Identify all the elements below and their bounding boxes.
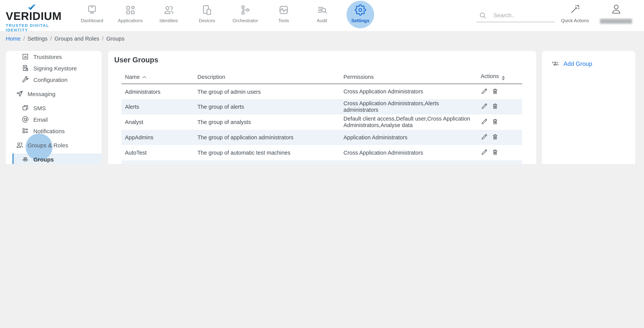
nav-item[interactable]: Tools xyxy=(264,0,303,31)
sidebar-item-icon xyxy=(22,76,29,83)
sidebar-item-icon xyxy=(22,104,29,112)
edit-group-button[interactable] xyxy=(481,103,488,110)
nav-item[interactable]: Audit xyxy=(303,0,341,31)
nav-label: Applications xyxy=(118,18,142,23)
breadcrumb-separator: / xyxy=(99,36,106,42)
sidebar-item-label: Configuration xyxy=(33,76,68,83)
group-row: Analyst The group of analysts Default cl… xyxy=(122,114,522,130)
top-header: VERIDIUM TRUSTED DIGITAL IDENTITY Dashbo… xyxy=(0,0,644,31)
sidebar-item[interactable]: Notifications xyxy=(6,125,102,137)
sidebar-item[interactable]: Email xyxy=(6,114,102,125)
group-name-cell: AutoTest xyxy=(122,145,194,160)
sidebar-item[interactable]: Configuration xyxy=(6,74,102,85)
group-description-cell: The group of application administrators xyxy=(194,130,340,145)
groups-table: Name Description Permissions Actions Adm… xyxy=(122,70,522,164)
nav-label: Identities xyxy=(160,18,178,23)
trash-icon xyxy=(492,103,499,110)
nav-item[interactable]: Devices xyxy=(188,0,226,31)
edit-group-button[interactable] xyxy=(481,133,488,141)
breadcrumb-separator: / xyxy=(20,36,28,42)
nav-item[interactable]: Applications xyxy=(111,0,150,31)
add-group-button[interactable]: Add Group xyxy=(551,59,592,68)
group-description-cell: The group of analysts xyxy=(194,114,340,130)
edit-group-button[interactable] xyxy=(481,87,488,95)
edit-group-button[interactable] xyxy=(481,149,488,156)
group-row: Domain Admins Domain Admins Default clie… xyxy=(122,160,522,164)
group-actions-cell xyxy=(477,99,522,114)
group-name-cell: AppAdmins xyxy=(122,130,194,145)
sidebar-item-icon xyxy=(22,127,29,135)
delete-group-button[interactable] xyxy=(492,87,499,95)
delete-group-button[interactable] xyxy=(492,103,499,110)
delete-group-button[interactable] xyxy=(492,133,499,141)
nav-item[interactable]: Identities xyxy=(150,0,188,31)
group-description-cell: The group of alerts xyxy=(194,99,340,114)
trash-icon xyxy=(492,164,499,164)
nav-label: Settings xyxy=(351,18,370,23)
page-title: User Groups xyxy=(114,56,158,64)
group-description-cell: The group of automatic test machines xyxy=(194,145,340,160)
sidebar-item[interactable]: Truststores xyxy=(6,51,102,62)
pencil-icon xyxy=(481,103,488,110)
group-row: AutoTest The group of automatic test mac… xyxy=(122,145,522,160)
quick-actions-label: Quick Actions xyxy=(556,18,594,23)
sidebar-item[interactable]: Messaging xyxy=(6,85,102,102)
breadcrumb-separator: / xyxy=(48,36,54,42)
sidebar-item-label: Notifications xyxy=(33,128,64,134)
brand-tagline: TRUSTED DIGITAL IDENTITY xyxy=(6,23,71,32)
sidebar-item-icon xyxy=(16,141,24,149)
group-permissions-cell: Default client access,Default user,Cross… xyxy=(340,114,477,130)
delete-group-button[interactable] xyxy=(492,164,499,164)
sidebar-item-icon xyxy=(22,156,29,163)
sidebar-item-label: SMS xyxy=(33,105,46,111)
group-actions-cell xyxy=(477,160,522,164)
group-row: Alerts The group of alerts Cross Applica… xyxy=(122,99,522,114)
column-header-description[interactable]: Description xyxy=(194,70,340,84)
group-permissions-cell: Cross Application Administrators xyxy=(340,84,477,99)
quick-actions-button[interactable]: Quick Actions xyxy=(556,4,594,23)
user-icon xyxy=(610,3,622,15)
sidebar-item[interactable]: Groups xyxy=(6,154,102,164)
trash-icon xyxy=(492,149,499,156)
edit-group-button[interactable] xyxy=(481,118,488,125)
breadcrumb-groups-and-roles[interactable]: Groups and Roles xyxy=(54,36,99,42)
group-row: Administrators The group of admin users … xyxy=(122,84,522,99)
edit-group-button[interactable] xyxy=(481,164,488,164)
sidebar-item[interactable]: SMS xyxy=(6,102,102,114)
sidebar-item-label: Truststores xyxy=(33,53,62,60)
sidebar-nav-list: Truststores Signing Keystore Configurati… xyxy=(6,51,102,164)
logo-checkmark-icon xyxy=(28,4,36,11)
delete-group-button[interactable] xyxy=(492,118,499,125)
delete-group-button[interactable] xyxy=(492,149,499,156)
nav-icon xyxy=(278,4,290,16)
add-group-icon xyxy=(551,59,560,68)
search-icon xyxy=(479,11,486,19)
pencil-icon xyxy=(481,164,488,164)
nav-item[interactable]: Dashboard xyxy=(73,0,111,31)
group-actions-cell xyxy=(477,84,522,99)
nav-item[interactable]: Settings xyxy=(341,0,380,31)
breadcrumb: Home/Settings/Groups and Roles/Groups xyxy=(6,36,124,42)
nav-item[interactable]: Orchestrator xyxy=(226,0,264,31)
breadcrumb-settings[interactable]: Settings xyxy=(28,36,48,42)
sidebar-item[interactable]: Signing Keystore xyxy=(6,62,102,74)
sidebar-item-label: Signing Keystore xyxy=(33,65,77,71)
sidebar-item[interactable]: Groups & Roles xyxy=(6,137,102,154)
brand-logo[interactable]: VERIDIUM TRUSTED DIGITAL IDENTITY xyxy=(6,7,71,32)
groups-table-wrap: Name Description Permissions Actions Adm… xyxy=(122,70,522,164)
breadcrumb-home-link[interactable]: Home xyxy=(6,36,20,42)
pencil-icon xyxy=(481,133,488,141)
user-menu[interactable] xyxy=(598,3,634,24)
column-header-actions[interactable]: Actions xyxy=(477,70,522,84)
group-name-cell: Analyst xyxy=(122,114,194,130)
group-permissions-cell: Cross Application Administrators,Alerts … xyxy=(340,99,477,114)
nav-icon xyxy=(316,4,328,16)
trash-icon xyxy=(492,133,499,141)
sidebar-item-label: Email xyxy=(33,116,48,123)
sidebar-item-label: Groups xyxy=(33,156,54,163)
column-header-name[interactable]: Name xyxy=(122,70,194,84)
search-input[interactable] xyxy=(492,11,550,19)
sidebar-item-label: Groups & Roles xyxy=(28,142,68,148)
column-header-permissions[interactable]: Permissions xyxy=(340,70,477,84)
sidebar-item-icon xyxy=(22,64,29,72)
